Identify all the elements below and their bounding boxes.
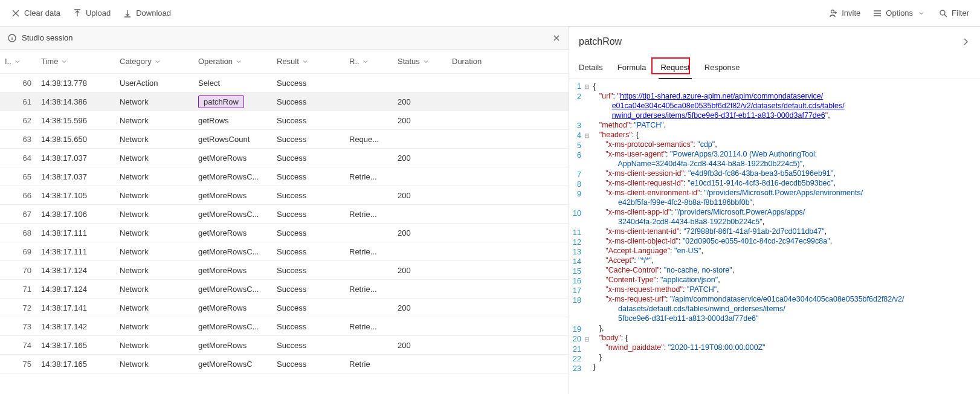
- cell-category: Network: [120, 135, 198, 144]
- clear-data-label: Clear data: [24, 8, 60, 18]
- table-row[interactable]: 7114:38:17.124NetworkgetMoreRowsC...Succ…: [0, 280, 569, 299]
- cell-r: Retrie...: [349, 322, 398, 331]
- events-table[interactable]: I.. Time Category Operation Result R.. S…: [0, 50, 569, 394]
- table-row[interactable]: 7314:38:17.142NetworkgetMoreRowsC...Succ…: [0, 317, 569, 336]
- cell-operation: getRows: [198, 116, 277, 125]
- col-operation[interactable]: Operation: [198, 57, 277, 66]
- cell-r: Retrie...: [349, 210, 398, 219]
- col-duration[interactable]: Duration: [452, 57, 506, 66]
- invite-button[interactable]: Invite: [822, 5, 866, 22]
- table-row[interactable]: 7214:38:17.141NetworkgetMoreRowsSuccess2…: [0, 299, 569, 317]
- cell-category: Network: [120, 322, 198, 331]
- table-row[interactable]: 6314:38:15.650NetworkgetRowsCountSuccess…: [0, 130, 569, 149]
- table-row[interactable]: 7014:38:17.124NetworkgetMoreRowsSuccess2…: [0, 261, 569, 280]
- cell-status: 200: [398, 191, 452, 200]
- cell-time: 14:38:17.037: [41, 153, 120, 163]
- col-category[interactable]: Category: [120, 57, 198, 66]
- close-icon[interactable]: [552, 33, 561, 43]
- info-icon: [7, 33, 17, 43]
- chevron-right-icon[interactable]: [961, 37, 970, 47]
- cell-result: Success: [277, 172, 349, 181]
- clear-data-button[interactable]: Clear data: [5, 5, 66, 22]
- chevron-down-icon: [917, 8, 926, 18]
- download-button[interactable]: Download: [117, 5, 177, 22]
- top-toolbar: Clear data Upload Download Invite Option…: [0, 0, 980, 27]
- search-icon: [938, 8, 948, 18]
- download-label: Download: [136, 8, 171, 18]
- cell-index: 64: [5, 153, 41, 163]
- cell-status: 200: [398, 228, 452, 237]
- cell-time: 14:38:17.124: [41, 285, 120, 294]
- table-row[interactable]: 6814:38:17.111NetworkgetMoreRowsSuccess2…: [0, 224, 569, 242]
- list-icon: [872, 8, 882, 18]
- cell-category: Network: [120, 153, 198, 163]
- options-label: Options: [886, 8, 913, 18]
- col-index[interactable]: I..: [5, 57, 41, 66]
- filter-label: Filter: [952, 8, 969, 18]
- cell-status: 200: [398, 341, 452, 350]
- tab-request[interactable]: Request: [660, 59, 689, 76]
- cell-category: Network: [120, 285, 198, 294]
- upload-button[interactable]: Upload: [66, 5, 117, 22]
- cell-r: Retrie...: [349, 247, 398, 256]
- cell-r: Retrie...: [349, 172, 398, 181]
- tab-formula[interactable]: Formula: [617, 59, 646, 76]
- detail-panel: patchRow Details Formula Request Respons…: [569, 27, 980, 394]
- table-row[interactable]: 6514:38:17.037NetworkgetMoreRowsC...Succ…: [0, 167, 569, 186]
- cell-time: 14:38:17.124: [41, 266, 120, 275]
- filter-button[interactable]: Filter: [932, 5, 975, 22]
- cell-status: 200: [398, 266, 452, 275]
- cell-index: 74: [5, 341, 41, 350]
- svg-point-0: [831, 10, 834, 13]
- cell-status: 200: [398, 303, 452, 312]
- table-row[interactable]: 6114:38:14.386NetworkpatchRowSuccess200: [0, 92, 569, 111]
- cell-index: 68: [5, 228, 41, 237]
- cell-operation: getMoreRowsC...: [198, 172, 277, 181]
- cell-index: 71: [5, 285, 41, 294]
- cell-category: Network: [120, 303, 198, 312]
- col-status[interactable]: Status: [398, 57, 452, 66]
- cell-category: UserAction: [120, 79, 198, 88]
- cell-result: Success: [277, 322, 349, 331]
- cell-category: Network: [120, 228, 198, 237]
- x-icon: [11, 8, 21, 18]
- cell-operation: getMoreRows: [198, 228, 277, 237]
- table-row[interactable]: 7514:38:17.165NetworkgetMoreRowsCSuccess…: [0, 355, 569, 373]
- cell-category: Network: [120, 116, 198, 125]
- table-row[interactable]: 6214:38:15.596NetworkgetRowsSuccess200: [0, 111, 569, 130]
- cell-index: 61: [5, 97, 41, 106]
- col-time[interactable]: Time: [41, 57, 120, 66]
- cell-category: Network: [120, 97, 198, 106]
- cell-time: 14:38:17.111: [41, 247, 120, 256]
- cell-index: 62: [5, 116, 41, 125]
- table-row[interactable]: 6914:38:17.111NetworkgetMoreRowsC...Succ…: [0, 242, 569, 261]
- cell-result: Success: [277, 341, 349, 350]
- col-r[interactable]: R..: [349, 57, 398, 66]
- cell-operation: getMoreRows: [198, 191, 277, 200]
- person-icon: [828, 8, 838, 18]
- cell-time: 14:38:14.386: [41, 97, 120, 106]
- tab-response[interactable]: Response: [704, 59, 740, 76]
- cell-category: Network: [120, 210, 198, 219]
- cell-time: 14:38:17.142: [41, 322, 120, 331]
- table-row[interactable]: 6014:38:13.778UserActionSelectSuccess: [0, 74, 569, 92]
- svg-point-1: [940, 10, 945, 15]
- cell-index: 69: [5, 247, 41, 256]
- session-bar: Studio session: [0, 27, 569, 50]
- cell-time: 14:38:17.111: [41, 228, 120, 237]
- table-row[interactable]: 7414:38:17.165NetworkgetMoreRowsSuccess2…: [0, 336, 569, 355]
- cell-r: Retrie...: [349, 285, 398, 294]
- cell-r: Retrie: [349, 360, 398, 369]
- col-result[interactable]: Result: [277, 57, 349, 66]
- cell-index: 63: [5, 135, 41, 144]
- request-body[interactable]: 1 ⊟2 3 4 ⊟5 6 7 8 9 10 11 12 13 14 15 16…: [569, 79, 980, 394]
- cell-index: 60: [5, 79, 41, 88]
- cell-result: Success: [277, 153, 349, 163]
- options-button[interactable]: Options: [866, 5, 932, 22]
- table-row[interactable]: 6414:38:17.037NetworkgetMoreRowsSuccess2…: [0, 149, 569, 167]
- invite-label: Invite: [842, 8, 860, 18]
- cell-operation: Select: [198, 79, 277, 88]
- tab-details[interactable]: Details: [579, 59, 603, 76]
- table-row[interactable]: 6614:38:17.105NetworkgetMoreRowsSuccess2…: [0, 186, 569, 205]
- table-row[interactable]: 6714:38:17.106NetworkgetMoreRowsC...Succ…: [0, 205, 569, 224]
